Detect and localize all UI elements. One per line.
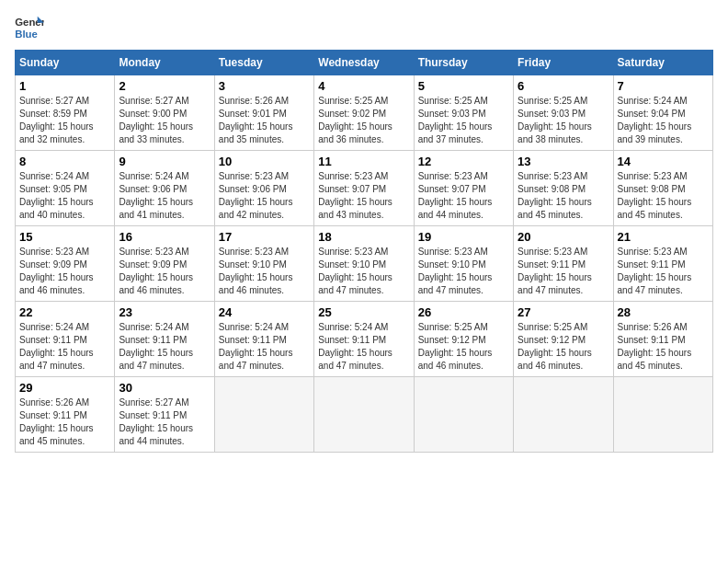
- day-cell-12: 12 Sunrise: 5:23 AMSunset: 9:07 PMDaylig…: [414, 151, 513, 226]
- day-number: 13: [518, 155, 609, 168]
- day-info: Sunrise: 5:25 AMSunset: 9:12 PMDaylight:…: [418, 322, 493, 371]
- calendar-week-row: 1 Sunrise: 5:27 AMSunset: 8:59 PMDayligh…: [16, 75, 713, 151]
- day-cell-17: 17 Sunrise: 5:23 AMSunset: 9:10 PMDaylig…: [214, 226, 313, 302]
- day-cell-4: 4 Sunrise: 5:25 AMSunset: 9:02 PMDayligh…: [314, 75, 414, 151]
- day-number: 19: [418, 230, 509, 244]
- day-info: Sunrise: 5:27 AMSunset: 9:11 PMDaylight:…: [119, 397, 193, 446]
- day-cell-19: 19 Sunrise: 5:23 AMSunset: 9:10 PMDaylig…: [414, 226, 513, 302]
- day-info: Sunrise: 5:23 AMSunset: 9:07 PMDaylight:…: [318, 171, 392, 220]
- day-number: 30: [119, 381, 210, 395]
- empty-cell: [314, 377, 414, 453]
- day-info: Sunrise: 5:23 AMSunset: 9:10 PMDaylight:…: [219, 247, 293, 295]
- day-info: Sunrise: 5:23 AMSunset: 9:09 PMDaylight:…: [119, 247, 193, 295]
- empty-cell: [414, 377, 513, 453]
- day-cell-23: 23 Sunrise: 5:24 AMSunset: 9:11 PMDaylig…: [115, 302, 214, 377]
- day-cell-26: 26 Sunrise: 5:25 AMSunset: 9:12 PMDaylig…: [414, 302, 513, 377]
- day-info: Sunrise: 5:24 AMSunset: 9:11 PMDaylight:…: [19, 322, 94, 371]
- svg-text:Blue: Blue: [15, 29, 38, 40]
- day-number: 8: [19, 155, 110, 168]
- day-number: 5: [418, 79, 509, 93]
- day-number: 4: [318, 79, 409, 93]
- day-info: Sunrise: 5:23 AMSunset: 9:11 PMDaylight:…: [618, 247, 692, 295]
- day-cell-24: 24 Sunrise: 5:24 AMSunset: 9:11 PMDaylig…: [214, 302, 313, 377]
- day-number: 18: [318, 230, 409, 244]
- day-info: Sunrise: 5:23 AMSunset: 9:08 PMDaylight:…: [518, 171, 592, 220]
- day-cell-14: 14 Sunrise: 5:23 AMSunset: 9:08 PMDaylig…: [613, 151, 712, 226]
- day-number: 6: [518, 79, 609, 93]
- day-cell-10: 10 Sunrise: 5:23 AMSunset: 9:06 PMDaylig…: [214, 151, 313, 226]
- day-info: Sunrise: 5:23 AMSunset: 9:07 PMDaylight:…: [418, 171, 493, 220]
- day-number: 9: [119, 155, 210, 168]
- day-number: 23: [119, 305, 210, 319]
- day-info: Sunrise: 5:24 AMSunset: 9:06 PMDaylight:…: [119, 171, 193, 220]
- day-info: Sunrise: 5:23 AMSunset: 9:08 PMDaylight:…: [618, 171, 692, 220]
- day-cell-16: 16 Sunrise: 5:23 AMSunset: 9:09 PMDaylig…: [115, 226, 214, 302]
- day-info: Sunrise: 5:24 AMSunset: 9:11 PMDaylight:…: [119, 322, 193, 371]
- day-number: 16: [119, 230, 210, 244]
- day-number: 15: [19, 230, 110, 244]
- day-info: Sunrise: 5:25 AMSunset: 9:03 PMDaylight:…: [418, 96, 493, 144]
- day-cell-22: 22 Sunrise: 5:24 AMSunset: 9:11 PMDaylig…: [16, 302, 115, 377]
- day-number: 7: [618, 79, 709, 93]
- day-info: Sunrise: 5:23 AMSunset: 9:06 PMDaylight:…: [219, 171, 293, 220]
- day-cell-15: 15 Sunrise: 5:23 AMSunset: 9:09 PMDaylig…: [16, 226, 115, 302]
- day-number: 20: [518, 230, 609, 244]
- day-number: 17: [219, 230, 310, 244]
- day-info: Sunrise: 5:24 AMSunset: 9:05 PMDaylight:…: [19, 171, 94, 220]
- day-cell-13: 13 Sunrise: 5:23 AMSunset: 9:08 PMDaylig…: [514, 151, 613, 226]
- day-cell-27: 27 Sunrise: 5:25 AMSunset: 9:12 PMDaylig…: [514, 302, 613, 377]
- empty-cell: [214, 377, 313, 453]
- day-number: 21: [618, 230, 709, 244]
- day-cell-11: 11 Sunrise: 5:23 AMSunset: 9:07 PMDaylig…: [314, 151, 414, 226]
- weekday-header-row: SundayMondayTuesdayWednesdayThursdayFrid…: [16, 51, 713, 75]
- day-info: Sunrise: 5:27 AMSunset: 9:00 PMDaylight:…: [119, 96, 193, 144]
- weekday-header-tuesday: Tuesday: [214, 51, 313, 75]
- day-cell-18: 18 Sunrise: 5:23 AMSunset: 9:10 PMDaylig…: [314, 226, 414, 302]
- day-number: 1: [19, 79, 110, 93]
- day-cell-25: 25 Sunrise: 5:24 AMSunset: 9:11 PMDaylig…: [314, 302, 414, 377]
- day-info: Sunrise: 5:27 AMSunset: 8:59 PMDaylight:…: [19, 96, 94, 144]
- day-info: Sunrise: 5:23 AMSunset: 9:09 PMDaylight:…: [19, 247, 94, 295]
- day-number: 26: [418, 305, 509, 319]
- weekday-header-sunday: Sunday: [16, 51, 115, 75]
- day-info: Sunrise: 5:25 AMSunset: 9:02 PMDaylight:…: [318, 96, 392, 144]
- day-number: 28: [618, 305, 709, 319]
- day-number: 11: [318, 155, 409, 168]
- day-number: 2: [119, 79, 210, 93]
- day-cell-30: 30 Sunrise: 5:27 AMSunset: 9:11 PMDaylig…: [115, 377, 214, 453]
- day-cell-1: 1 Sunrise: 5:27 AMSunset: 8:59 PMDayligh…: [16, 75, 115, 151]
- day-cell-2: 2 Sunrise: 5:27 AMSunset: 9:00 PMDayligh…: [115, 75, 214, 151]
- day-cell-5: 5 Sunrise: 5:25 AMSunset: 9:03 PMDayligh…: [414, 75, 513, 151]
- weekday-header-wednesday: Wednesday: [314, 51, 414, 75]
- weekday-header-friday: Friday: [514, 51, 613, 75]
- day-number: 22: [19, 305, 110, 319]
- empty-cell: [514, 377, 613, 453]
- day-info: Sunrise: 5:26 AMSunset: 9:11 PMDaylight:…: [618, 322, 692, 371]
- day-info: Sunrise: 5:24 AMSunset: 9:11 PMDaylight:…: [318, 322, 392, 371]
- empty-cell: [613, 377, 712, 453]
- day-number: 27: [518, 305, 609, 319]
- page-header: General Blue: [15, 15, 713, 40]
- day-info: Sunrise: 5:26 AMSunset: 9:01 PMDaylight:…: [219, 96, 293, 144]
- day-info: Sunrise: 5:23 AMSunset: 9:10 PMDaylight:…: [318, 247, 392, 295]
- day-info: Sunrise: 5:23 AMSunset: 9:10 PMDaylight:…: [418, 247, 493, 295]
- calendar-week-row: 8 Sunrise: 5:24 AMSunset: 9:05 PMDayligh…: [16, 151, 713, 226]
- day-number: 24: [219, 305, 310, 319]
- weekday-header-saturday: Saturday: [613, 51, 712, 75]
- day-info: Sunrise: 5:25 AMSunset: 9:12 PMDaylight:…: [518, 322, 592, 371]
- day-number: 3: [219, 79, 310, 93]
- weekday-header-monday: Monday: [115, 51, 214, 75]
- day-cell-29: 29 Sunrise: 5:26 AMSunset: 9:11 PMDaylig…: [16, 377, 115, 453]
- day-info: Sunrise: 5:26 AMSunset: 9:11 PMDaylight:…: [19, 397, 94, 446]
- day-cell-20: 20 Sunrise: 5:23 AMSunset: 9:11 PMDaylig…: [514, 226, 613, 302]
- day-number: 29: [19, 381, 110, 395]
- day-number: 25: [318, 305, 409, 319]
- day-cell-6: 6 Sunrise: 5:25 AMSunset: 9:03 PMDayligh…: [514, 75, 613, 151]
- calendar-table: SundayMondayTuesdayWednesdayThursdayFrid…: [15, 50, 713, 453]
- day-info: Sunrise: 5:23 AMSunset: 9:11 PMDaylight:…: [518, 247, 592, 295]
- day-cell-8: 8 Sunrise: 5:24 AMSunset: 9:05 PMDayligh…: [16, 151, 115, 226]
- day-cell-7: 7 Sunrise: 5:24 AMSunset: 9:04 PMDayligh…: [613, 75, 712, 151]
- weekday-header-thursday: Thursday: [414, 51, 513, 75]
- day-info: Sunrise: 5:24 AMSunset: 9:11 PMDaylight:…: [219, 322, 293, 371]
- logo-icon: General Blue: [15, 15, 44, 40]
